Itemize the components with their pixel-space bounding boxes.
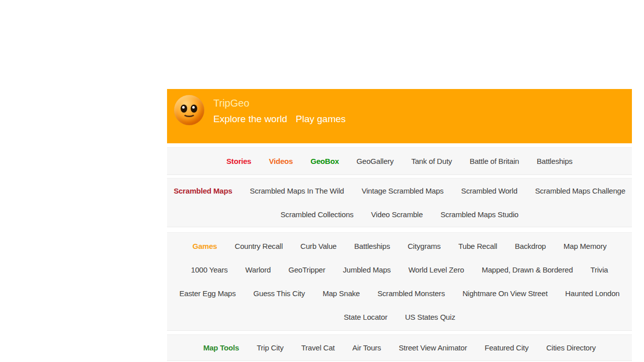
nav-link-scrambled-collections[interactable]: Scrambled Collections xyxy=(281,210,354,219)
nav-row: 1000 YearsWarlordGeoTripperJumbled MapsW… xyxy=(167,258,632,282)
nav-link-battle-of-britain[interactable]: Battle of Britain xyxy=(469,157,519,165)
nav-section-games: GamesCountry RecallCurb ValueBattleships… xyxy=(167,232,632,331)
nav-link-vintage-scrambled-maps[interactable]: Vintage Scrambled Maps xyxy=(362,187,444,195)
nav-row: State LocatorUS States Quiz xyxy=(167,305,632,329)
nav-link-scrambled-maps[interactable]: Scrambled Maps xyxy=(174,187,232,195)
nav-link-scrambled-maps-in-the-wild[interactable]: Scrambled Maps In The Wild xyxy=(250,187,344,195)
nav-sections: StoriesVideosGeoBoxGeoGalleryTank of Dut… xyxy=(167,147,632,361)
nav-link-stories[interactable]: Stories xyxy=(226,157,251,165)
nav-link-geobox[interactable]: GeoBox xyxy=(310,157,339,165)
nav-link-street-view-animator[interactable]: Street View Animator xyxy=(398,343,467,352)
nav-link-featured-city[interactable]: Featured City xyxy=(485,343,528,352)
header-text: TripGeo Explore the world Play games xyxy=(213,98,346,125)
nav-link-easter-egg-maps[interactable]: Easter Egg Maps xyxy=(179,289,235,298)
nav-link-scrambled-maps-studio[interactable]: Scrambled Maps Studio xyxy=(440,210,518,219)
nav-link-trivia[interactable]: Trivia xyxy=(591,265,608,274)
nav-link-geogallery[interactable]: GeoGallery xyxy=(357,157,394,165)
nav-row: StoriesVideosGeoBoxGeoGalleryTank of Dut… xyxy=(167,149,632,173)
nav-link-map-memory[interactable]: Map Memory xyxy=(564,242,607,250)
nav-link-us-states-quiz[interactable]: US States Quiz xyxy=(405,313,455,321)
nav-link-scrambled-world[interactable]: Scrambled World xyxy=(461,187,518,195)
nav-section-main: StoriesVideosGeoBoxGeoGalleryTank of Dut… xyxy=(167,147,632,175)
nav-link-mapped-drawn-bordered[interactable]: Mapped, Drawn & Bordered xyxy=(481,265,573,274)
nav-link-guess-this-city[interactable]: Guess This City xyxy=(254,289,305,298)
nav-link-air-tours[interactable]: Air Tours xyxy=(352,343,381,352)
site-title: TripGeo xyxy=(213,98,346,109)
nav-link-battleships[interactable]: Battleships xyxy=(537,157,573,165)
emoji-smile xyxy=(183,110,196,117)
nav-link-jumbled-maps[interactable]: Jumbled Maps xyxy=(343,265,390,274)
nav-row: Easter Egg MapsGuess This CityMap SnakeS… xyxy=(167,282,632,305)
nav-link-backdrop[interactable]: Backdrop xyxy=(515,242,546,250)
nav-link-cities-directory[interactable]: Cities Directory xyxy=(546,343,596,352)
nav-link-trip-city[interactable]: Trip City xyxy=(257,343,283,352)
nav-link-videos[interactable]: Videos xyxy=(269,157,293,165)
nav-link-tube-recall[interactable]: Tube Recall xyxy=(458,242,497,250)
nav-row: Map ToolsTrip CityTravel CatAir ToursStr… xyxy=(167,336,632,359)
tagline-links: Explore the world Play games xyxy=(213,114,346,125)
nav-link-scrambled-maps-challenge[interactable]: Scrambled Maps Challenge xyxy=(535,187,625,195)
nav-link-world-level-zero[interactable]: World Level Zero xyxy=(409,265,464,274)
nav-link-citygrams[interactable]: Citygrams xyxy=(408,242,441,250)
play-games-link[interactable]: Play games xyxy=(296,114,346,125)
nav-link-country-recall[interactable]: Country Recall xyxy=(235,242,283,250)
nav-link-geotripper[interactable]: GeoTripper xyxy=(288,265,325,274)
tripgeo-page: TripGeo Explore the world Play games Sto… xyxy=(167,89,632,361)
nav-section-map-tools: Map ToolsTrip CityTravel CatAir ToursStr… xyxy=(167,334,632,361)
nav-link-tank-of-duty[interactable]: Tank of Duty xyxy=(411,157,452,165)
site-header: TripGeo Explore the world Play games xyxy=(167,89,632,143)
nav-row: GamesCountry RecallCurb ValueBattleships… xyxy=(167,234,632,258)
nav-link-haunted-london[interactable]: Haunted London xyxy=(565,289,619,298)
nav-link-map-snake[interactable]: Map Snake xyxy=(323,289,360,298)
nav-link-nightmare-on-view-street[interactable]: Nightmare On View Street xyxy=(462,289,547,298)
explore-the-world-link[interactable]: Explore the world xyxy=(213,114,287,125)
nav-link-curb-value[interactable]: Curb Value xyxy=(300,242,337,250)
nav-link-games[interactable]: Games xyxy=(192,242,217,250)
nav-link-scrambled-monsters[interactable]: Scrambled Monsters xyxy=(377,289,445,298)
nav-link-travel-cat[interactable]: Travel Cat xyxy=(301,343,335,352)
tripgeo-logo[interactable] xyxy=(174,95,204,125)
nav-row: Scrambled MapsScrambled Maps In The Wild… xyxy=(167,179,632,203)
nav-link-battleships[interactable]: Battleships xyxy=(354,242,390,250)
nav-link-1000-years[interactable]: 1000 Years xyxy=(191,265,228,274)
nav-link-map-tools[interactable]: Map Tools xyxy=(203,343,239,352)
nav-section-scrambled-maps: Scrambled MapsScrambled Maps In The Wild… xyxy=(167,178,632,227)
nav-row: Scrambled CollectionsVideo ScrambleScram… xyxy=(167,203,632,226)
nav-link-video-scramble[interactable]: Video Scramble xyxy=(371,210,423,219)
nav-link-state-locator[interactable]: State Locator xyxy=(344,313,387,321)
nav-link-warlord[interactable]: Warlord xyxy=(246,265,271,274)
